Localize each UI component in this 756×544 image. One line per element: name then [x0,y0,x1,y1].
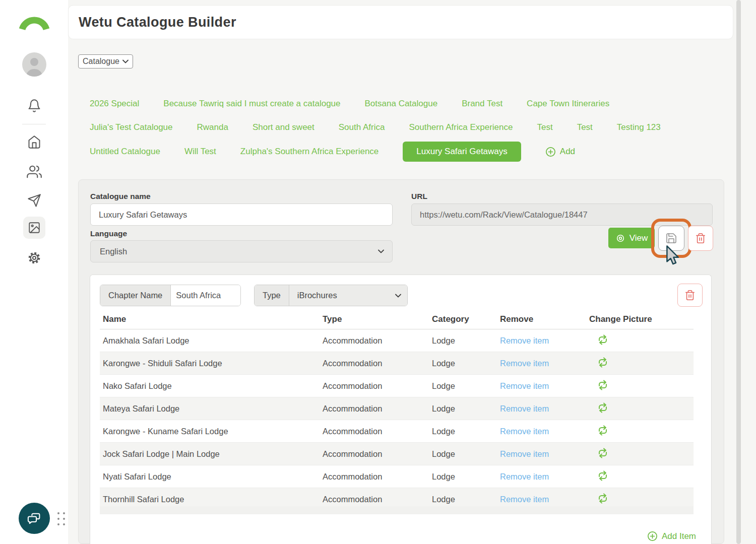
table-row: Jock Safari Lodge | Main Lodge Accommoda… [100,443,694,465]
catalogue-link[interactable]: Testing 123 [617,122,661,132]
catalogue-link[interactable]: South Africa [339,122,385,132]
catalogue-links-row-2: Julia's Test Catalogue Rwanda Short and … [90,122,661,132]
table-row: Karongwe - Kuname Safari Lodge Accommoda… [100,420,694,443]
chapter-card: Chapter Name Type iBrochures Name [90,275,712,544]
chapter-items-table: Name Type Category Remove Change Picture… [100,311,694,511]
catalogue-link[interactable]: Zulpha's Southern Africa Experience [240,147,379,157]
change-picture-button[interactable] [597,334,609,346]
wetu-logo[interactable] [0,8,68,31]
change-picture-button[interactable] [597,493,609,504]
change-picture-button[interactable] [597,402,609,414]
catalogue-link[interactable]: 2026 Special [90,99,139,109]
remove-item-link[interactable]: Remove item [500,359,549,368]
chevron-down-icon [378,249,384,253]
save-floppy-icon [665,232,677,244]
swap-arrows-icon [597,425,609,436]
remove-item-link[interactable]: Remove item [500,381,549,390]
catalogue-link[interactable]: Because Tawriq said I must create a cata… [163,99,340,109]
catalogue-link[interactable]: Short and sweet [253,122,314,132]
column-header-category: Category [432,311,469,328]
chat-button[interactable] [19,503,50,534]
add-catalogue-label: Add [560,147,575,157]
avatar [22,52,46,77]
sidebar-item-users[interactable] [0,164,68,179]
table-row: Amakhala Safari Lodge Accommodation Lodg… [100,329,694,352]
header-bar: Wetu Catalogue Builder [68,5,733,39]
drag-handle[interactable] [57,512,65,525]
change-picture-button[interactable] [597,357,609,368]
sidebar-item-media[interactable] [0,217,68,239]
column-header-change-picture: Change Picture [589,311,652,328]
chapter-name-input[interactable] [171,285,240,306]
item-name: Nyati Safari Lodge [103,465,171,488]
trash-icon [695,233,706,244]
notifications-button[interactable] [0,99,68,113]
arch-logo-icon [18,8,50,31]
person-silhouette-icon [22,52,46,77]
add-catalogue-button[interactable]: Add [545,147,575,157]
catalogue-link[interactable]: Untitled Catalogue [90,147,160,157]
chapter-type-value: iBrochures [297,291,337,300]
chapter-type-select[interactable]: iBrochures [289,285,407,306]
catalogue-name-label: Catalogue name [90,192,151,201]
view-button-label: View [629,233,648,243]
remove-item-link[interactable]: Remove item [500,495,549,504]
catalogue-link[interactable]: Will Test [184,147,216,157]
table-row: Nako Safari Lodge Accommodation Lodge Re… [100,375,694,397]
catalogue-link[interactable]: Cape Town Itineraries [527,99,609,109]
change-picture-button[interactable] [597,470,609,482]
catalogue-view-select[interactable]: Catalogue [78,54,133,69]
image-icon [28,221,41,234]
remove-item-link[interactable]: Remove item [500,449,549,458]
plus-circle-icon [647,531,658,541]
catalogue-link[interactable]: Southern Africa Experience [409,122,513,132]
sidebar-item-settings[interactable] [0,251,68,265]
delete-chapter-button[interactable] [677,284,703,307]
user-avatar[interactable] [0,52,68,77]
change-picture-button[interactable] [597,380,609,391]
language-select[interactable]: English [90,240,393,262]
sidebar [0,0,68,544]
send-icon [27,193,41,208]
catalogue-link[interactable]: Julia's Test Catalogue [90,122,173,132]
active-catalogue-button[interactable]: Luxury Safari Getaways [403,142,521,162]
catalogue-link[interactable]: Rwanda [197,122,228,132]
page-scrollbar[interactable] [736,0,741,544]
item-type: Accommodation [323,397,382,420]
catalogue-name-input[interactable] [90,203,393,226]
gear-icon [27,251,41,265]
catalogue-link[interactable]: Test [577,122,593,132]
item-category: Lodge [432,375,455,397]
swap-arrows-icon [597,493,609,504]
item-category: Lodge [432,443,455,465]
add-item-label: Add Item [662,531,696,541]
language-label: Language [90,229,127,238]
catalogue-link[interactable]: Test [537,122,552,132]
save-button[interactable] [658,226,684,251]
remove-item-link[interactable]: Remove item [500,427,549,436]
item-type: Accommodation [323,375,382,397]
url-label: URL [411,192,427,201]
remove-item-link[interactable]: Remove item [500,336,549,345]
swap-arrows-icon [597,402,609,414]
change-picture-button[interactable] [597,425,609,436]
catalogue-link[interactable]: Brand Test [462,99,502,109]
chat-bubbles-icon [27,511,42,525]
add-item-button[interactable]: Add Item [647,531,696,541]
change-picture-button[interactable] [597,448,609,459]
sidebar-item-send[interactable] [0,193,68,208]
column-header-name: Name [103,311,126,328]
delete-catalogue-button[interactable] [688,226,713,251]
view-button[interactable]: View [608,228,655,248]
swap-arrows-icon [597,334,609,346]
chapter-type-label: Type [255,285,289,306]
remove-item-link[interactable]: Remove item [500,404,549,413]
url-input[interactable] [411,203,713,226]
chapter-type-group: Type iBrochures [254,285,408,306]
sidebar-item-home[interactable] [0,135,68,149]
item-name: Nako Safari Lodge [103,375,172,397]
users-icon [27,164,42,179]
remove-item-link[interactable]: Remove item [500,472,549,481]
catalogue-link[interactable]: Botsana Catalogue [365,99,438,109]
item-name: Amakhala Safari Lodge [103,329,190,352]
